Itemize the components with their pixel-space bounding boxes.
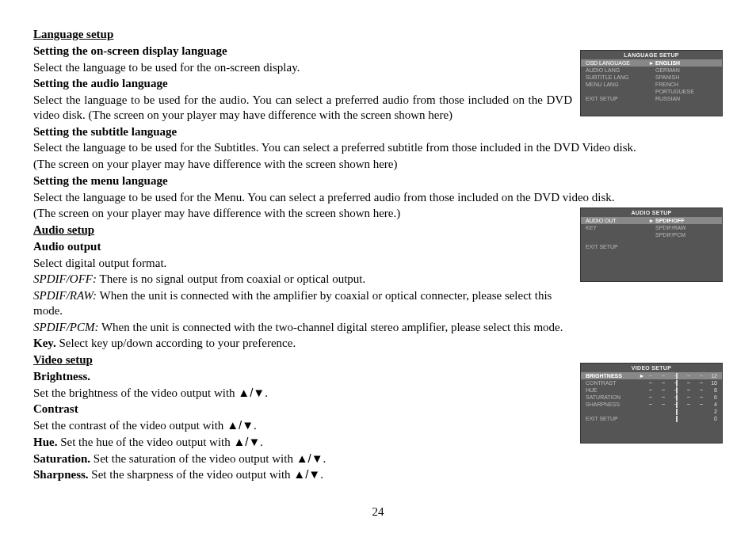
osd-video-panel: VIDEO SETUP BRIGHTNESS ► 12 CONTRAST 10 … [580, 363, 723, 444]
text-contrast: Set the contrast of the video output wit… [33, 419, 227, 432]
slider[interactable] [649, 402, 703, 407]
text-sharpness: Set the sharpness of the video output wi… [89, 468, 294, 481]
osd-label: AUDIO LANG [586, 67, 647, 73]
osd-row-exit[interactable]: EXIT SETUP 0 [581, 415, 722, 422]
arrows-icon: ▲/▼ [233, 435, 260, 448]
slider-value: 0 [706, 416, 717, 421]
text-spdif-pcm: When the unit is connected with the two-… [98, 321, 563, 333]
osd-row-contrast[interactable]: CONTRAST 10 [581, 379, 722, 386]
slider[interactable] [649, 381, 703, 386]
section-video-setup: Video setup [33, 353, 93, 366]
arrows-icon: ▲/▼ [238, 386, 265, 399]
label-spdif-pcm: SPDIF/PCM: [33, 321, 98, 333]
heading-subtitle-language: Setting the subtitle language [33, 125, 177, 138]
heading-osd-language: Setting the on-screen display language [33, 44, 227, 57]
section-audio-setup: Audio setup [33, 223, 94, 236]
osd-label: AUDIO OUT [586, 218, 647, 223]
heading-audio-output: Audio output [33, 240, 101, 253]
slider[interactable] [649, 374, 703, 379]
text-subtitle-language-1: Select the language to be used for the S… [33, 140, 723, 155]
label-spdif-raw: SPDIF/RAW: [33, 289, 97, 302]
arrows-icon: ▲/▼ [296, 451, 323, 465]
label-contrast: Contrast [33, 402, 78, 415]
label-spdif-off: SPDIF/OFF: [33, 272, 97, 285]
text-subtitle-language-2: (The screen on your player may have diff… [33, 157, 723, 172]
slider-value: 8 [706, 387, 717, 393]
osd-row-brightness[interactable]: BRIGHTNESS ► 12 [581, 372, 722, 379]
text-saturation: Set the saturation of the video output w… [90, 452, 296, 465]
label-key: Key. [33, 337, 56, 349]
osd-label-exit: EXIT SETUP [586, 96, 647, 101]
text-menu-language-1: Select the language to be used for the M… [33, 190, 723, 205]
osd-row-exit[interactable]: EXIT SETUP RUSSIAN [581, 95, 722, 102]
label-brightness: Brightness. [33, 370, 90, 383]
label-sharpness: Sharpness. [33, 468, 89, 481]
osd-language-panel: LANGUAGE SETUP OSD LANGUAGE ► ENGLISH AU… [580, 50, 723, 116]
osd-label: MENU LANG [586, 82, 647, 87]
osd-row-audio-lang[interactable]: AUDIO LANG GERMAN [581, 67, 722, 74]
osd-row-subtitle-lang[interactable]: SUBTITLE LANG SPANISH [581, 74, 722, 81]
osd-value: SPDIF/PCM [655, 232, 717, 238]
osd-row-portuguese: PORTUGUESE [581, 88, 722, 95]
osd-row-pcm: SPDIF/PCM [581, 231, 722, 238]
osd-row-spacer2: 2 [581, 408, 722, 415]
text-audio-language: Select the language to be used for the a… [33, 93, 572, 123]
page-number: 24 [0, 505, 756, 519]
osd-label: KEY [586, 225, 647, 230]
label-hue: Hue. [33, 436, 57, 448]
slider-value: 12 [706, 373, 717, 379]
osd-row-osd-language[interactable]: OSD LANGUAGE ► ENGLISH [581, 59, 722, 67]
osd-value: SPANISH [655, 74, 717, 80]
osd-label: SUBTITLE LANG [586, 74, 647, 80]
osd-label-exit: EXIT SETUP [586, 416, 635, 421]
osd-language-title: LANGUAGE SETUP [581, 51, 722, 59]
text-brightness: Set the brightness of the video output w… [33, 386, 238, 399]
osd-value: RUSSIAN [655, 96, 717, 101]
osd-label: OSD LANGUAGE [586, 60, 647, 66]
text-spdif-raw: When the unit is connected with the ampl… [33, 289, 552, 317]
arrow-right-icon: ► [638, 373, 646, 379]
heading-menu-language: Setting the menu language [33, 174, 168, 187]
osd-label: CONTRAST [586, 380, 635, 386]
osd-label: SATURATION [586, 394, 635, 400]
section-language-setup: Language setup [33, 28, 113, 40]
osd-label: HUE [586, 387, 635, 393]
arrow-right-icon: ► [647, 60, 655, 66]
slider[interactable] [649, 395, 703, 400]
text-hue: Set the hue of the video output with [57, 436, 233, 448]
text-key: Select key up/down according to your pre… [56, 337, 296, 349]
heading-audio-language: Setting the audio language [33, 77, 168, 89]
arrow-right-icon: ► [647, 218, 655, 223]
osd-value: SPDIF/OFF [655, 218, 717, 223]
text-spdif-off: There is no signal output from coaxial o… [97, 272, 365, 285]
osd-value: PORTUGUESE [655, 89, 717, 94]
osd-row-exit[interactable]: EXIT SETUP [581, 243, 722, 250]
osd-row-sharpness[interactable]: SHARPNESS 4 [581, 401, 722, 408]
slider-value: 6 [706, 394, 717, 400]
slider-value: 10 [706, 380, 717, 386]
slider[interactable] [649, 388, 703, 393]
osd-row-menu-lang[interactable]: MENU LANG FRENCH [581, 81, 722, 88]
osd-row-saturation[interactable]: SATURATION 6 [581, 394, 722, 401]
osd-label-exit: EXIT SETUP [586, 244, 647, 249]
slider-value: 4 [706, 402, 717, 407]
osd-video-title: VIDEO SETUP [581, 364, 722, 372]
osd-audio-title: AUDIO SETUP [581, 208, 722, 217]
arrows-icon: ▲/▼ [293, 467, 320, 481]
osd-row-hue[interactable]: HUE 8 [581, 386, 722, 394]
osd-label: BRIGHTNESS [586, 373, 635, 379]
osd-label: SHARPNESS [586, 402, 635, 407]
osd-value: GERMAN [655, 67, 717, 73]
osd-row-key[interactable]: KEY SPDIF/RAW [581, 224, 722, 231]
slider-value: 2 [706, 409, 717, 414]
label-saturation: Saturation. [33, 452, 90, 465]
osd-value: SPDIF/RAW [655, 225, 717, 230]
osd-value: ENGLISH [655, 60, 717, 66]
osd-audio-panel: AUDIO SETUP AUDIO OUT ► SPDIF/OFF KEY SP… [580, 207, 723, 282]
osd-value: FRENCH [655, 82, 717, 87]
arrows-icon: ▲/▼ [227, 418, 254, 432]
osd-row-audio-out[interactable]: AUDIO OUT ► SPDIF/OFF [581, 217, 722, 224]
